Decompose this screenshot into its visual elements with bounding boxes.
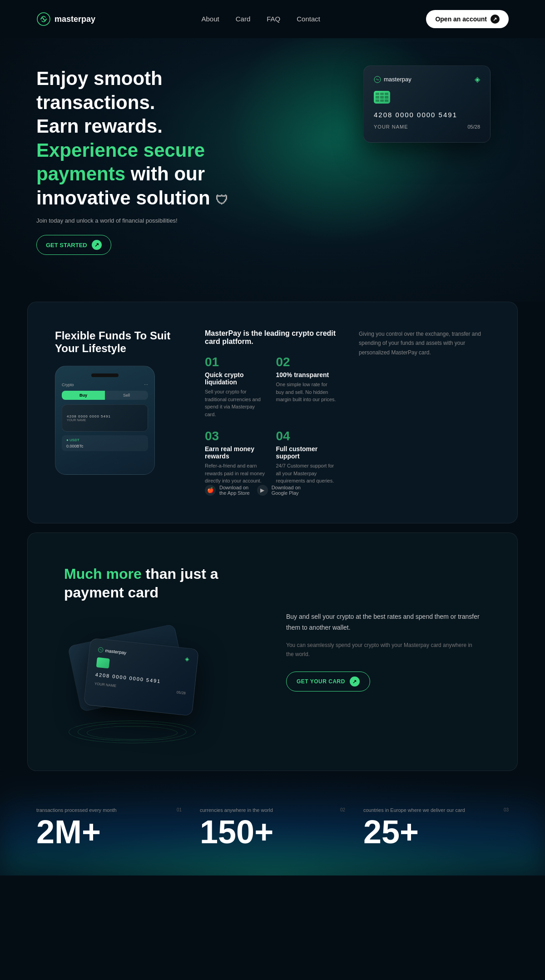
phone-tab-buy[interactable]: Buy — [62, 391, 105, 400]
card-expiry: 05/28 — [467, 124, 480, 129]
stat-2-value: 150+ — [200, 816, 345, 848]
feature-item-3: 03 Earn real money rewards Refer-a-frien… — [205, 429, 265, 485]
hero-section: Enjoy smooth transactions. Earn rewards.… — [0, 38, 545, 302]
card3d-expiry: 05/28 — [176, 690, 186, 695]
flexible-funds-section: Flexible Funds To Suit Your Lifestyle Cr… — [27, 302, 518, 523]
stat-item-2: currencies anywhere in the world 02 150+ — [200, 807, 345, 848]
feature-item-4: 04 Full customer support 24/7 Customer s… — [276, 429, 337, 485]
card3d-brand: masterpay — [105, 648, 127, 655]
stat-3-label-text: countries in Europe where we deliver our… — [363, 807, 465, 813]
feature-3-title: Earn real money rewards — [205, 445, 265, 460]
nav-links: About Card FAQ Contact — [202, 15, 320, 23]
phone-mockup: Crypto ⋯ Buy Sell 4208 0000 0000 5491 YO… — [55, 366, 155, 475]
feature-4-title: Full customer support — [276, 445, 337, 460]
stats-section: transactions processed every month 01 2M… — [0, 771, 545, 876]
logo-icon — [36, 12, 51, 26]
card3d-logo-icon — [98, 647, 104, 652]
play-icon: ▶ — [257, 485, 268, 496]
card3d-chip — [96, 657, 110, 668]
more-title-green: Much more — [64, 566, 142, 582]
get-started-label: GET STARTED — [46, 242, 87, 249]
open-account-label: Open an account — [435, 15, 487, 23]
feature-item-2: 02 100% transparent One simple low rate … — [276, 355, 337, 418]
logo[interactable]: masterpay — [36, 12, 95, 26]
wifi-icon: ◈ — [475, 75, 480, 84]
orbit-rings — [64, 707, 200, 743]
stat-2-tag: 02 — [340, 807, 345, 812]
card-chip — [374, 91, 390, 104]
card-bottom: YOUR NAME 05/28 — [374, 124, 480, 129]
stat-3-tag: 03 — [504, 807, 509, 812]
nav-about[interactable]: About — [202, 15, 219, 23]
card-3d-front: masterpay ◈ 4208 0000 0000 5491 YOUR NAM… — [84, 638, 199, 716]
card-top: masterpay ◈ — [374, 75, 480, 84]
get-card-button[interactable]: GET YOUR CARD ↗ — [286, 672, 370, 691]
stat-item-1: transactions processed every month 01 2M… — [36, 807, 182, 848]
google-play-button[interactable]: ▶ Download onGoogle Play — [257, 485, 301, 496]
nav-card[interactable]: Card — [236, 15, 251, 23]
hero-title-line2: Earn rewards. — [36, 115, 163, 137]
hero-title: Enjoy smooth transactions. Earn rewards.… — [36, 67, 236, 210]
get-started-arrow-icon: ↗ — [92, 240, 102, 250]
stats-grid: transactions processed every month 01 2M… — [36, 807, 509, 848]
hero-subtitle: Join today and unlock a world of financi… — [36, 217, 236, 224]
nav-faq[interactable]: FAQ — [267, 15, 280, 23]
phone-card-name: YOUR NAME — [67, 418, 143, 422]
hero-content: Enjoy smooth transactions. Earn rewards.… — [36, 67, 236, 255]
feature-3-num: 03 — [205, 429, 265, 443]
flex-right: Giving you control over the exchange, tr… — [359, 329, 490, 357]
stat-1-label: transactions processed every month 01 — [36, 807, 182, 813]
stat-1-label-text: transactions processed every month — [36, 807, 117, 813]
hero-card-wrap: masterpay ◈ 4208 0000 0000 5491 YOUR NAM… — [363, 65, 490, 143]
more-desc: Buy and sell your crypto at the best rat… — [286, 612, 481, 633]
nav-contact[interactable]: Contact — [297, 15, 320, 23]
card3d-top: masterpay ◈ — [98, 646, 189, 662]
apple-icon: 🍎 — [205, 485, 216, 496]
navigation: masterpay About Card FAQ Contact Open an… — [0, 0, 545, 38]
hero-credit-card: masterpay ◈ 4208 0000 0000 5491 YOUR NAM… — [363, 65, 490, 143]
card3d-logo: masterpay — [98, 647, 127, 655]
stat-1-tag: 01 — [177, 807, 182, 812]
card3d-wifi-icon: ◈ — [185, 656, 189, 662]
flex-mid: MasterPay is the leading crypto credit c… — [205, 329, 336, 496]
app-store-button[interactable]: 🍎 Download onthe App Store — [205, 485, 250, 496]
google-play-label: Download onGoogle Play — [272, 485, 301, 496]
stat-item-3: countries in Europe where we deliver our… — [363, 807, 509, 848]
phone-tab-sell[interactable]: Sell — [105, 391, 148, 400]
feature-item-1: 01 Quick crypto liquidation Sell your cr… — [205, 355, 265, 418]
open-account-button[interactable]: Open an account ↗ — [426, 10, 509, 28]
feature-2-num: 02 — [276, 355, 337, 369]
card3d-name: YOUR NAME — [94, 682, 116, 688]
card-name: YOUR NAME — [374, 124, 408, 129]
card-logo: masterpay — [374, 76, 411, 83]
features-grid: 01 Quick crypto liquidation Sell your cr… — [205, 355, 336, 485]
phone-tabs: Buy Sell — [62, 391, 148, 400]
card-3d-wrap: masterpay ◈ 4208 0000 0000 5491 YOUR NAM… — [64, 621, 200, 739]
much-more-section: Much more than just a payment card maste… — [27, 532, 518, 771]
more-right: Buy and sell your crypto at the best rat… — [286, 612, 481, 691]
flex-left: Flexible Funds To Suit Your Lifestyle Cr… — [55, 329, 182, 475]
get-card-label: GET YOUR CARD — [297, 678, 345, 685]
feature-2-title: 100% transparent — [276, 371, 337, 378]
phone-app-bar: Crypto ⋯ — [62, 383, 148, 387]
phone-mini-card: 4208 0000 0000 5491 YOUR NAME — [62, 404, 148, 432]
more-left: Much more than just a payment card maste… — [64, 565, 259, 739]
orbit-ring-3 — [87, 726, 178, 740]
feature-1-num: 01 — [205, 355, 265, 369]
get-card-arrow-icon: ↗ — [350, 677, 360, 686]
more-title: Much more than just a payment card — [64, 565, 259, 602]
card-logo-icon — [374, 76, 381, 83]
phone-card-number: 4208 0000 0000 5491 — [67, 414, 143, 418]
get-started-button[interactable]: GET STARTED ↗ — [36, 235, 111, 255]
stat-3-value: 25+ — [363, 816, 509, 848]
stat-1-value: 2M+ — [36, 816, 182, 848]
phone-notch — [91, 373, 119, 377]
feature-1-desc: Sell your crypto for traditional currenc… — [205, 388, 265, 418]
card-number: 4208 0000 0000 5491 — [374, 111, 480, 119]
app-store-label: Download onthe App Store — [219, 485, 250, 496]
stat-2-label: currencies anywhere in the world 02 — [200, 807, 345, 813]
download-buttons: 🍎 Download onthe App Store ▶ Download on… — [205, 485, 336, 496]
flex-title: Flexible Funds To Suit Your Lifestyle — [55, 329, 182, 355]
more-subdesc: You can seamlessly spend your crypto wit… — [286, 641, 481, 659]
logo-text: masterpay — [54, 15, 95, 24]
